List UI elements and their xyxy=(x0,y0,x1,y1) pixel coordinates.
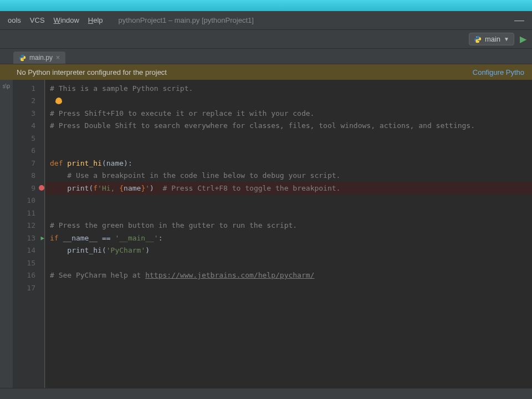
gutter-line-17[interactable]: 17 xyxy=(13,282,45,294)
gutter-line-4[interactable]: 4 xyxy=(13,120,45,132)
breakpoint-icon[interactable] xyxy=(39,185,44,191)
gutter-line-1[interactable]: 1 xyxy=(13,82,45,95)
gutter[interactable]: 12345678910111213▶14151617 xyxy=(13,80,45,388)
run-button[interactable]: ▶ xyxy=(520,34,526,44)
run-config-label: main xyxy=(485,35,500,43)
code-line[interactable] xyxy=(45,282,532,294)
code-line[interactable] xyxy=(45,145,532,157)
warning-text: No Python interpreter configured for the… xyxy=(17,68,167,76)
code-line[interactable]: print(f'Hi, {name}') # Press Ctrl+F8 to … xyxy=(45,182,532,195)
code-line[interactable]: # See PyCharm help at https://www.jetbra… xyxy=(45,269,532,282)
gutter-line-15[interactable]: 15 xyxy=(13,257,45,269)
tab-label: main.py xyxy=(29,54,53,62)
run-gutter-icon[interactable]: ▶ xyxy=(40,234,44,242)
gutter-line-13[interactable]: 13▶ xyxy=(13,232,45,244)
tool-window-stripe-left[interactable]: s\p xyxy=(0,80,13,388)
code-line[interactable] xyxy=(45,257,532,269)
gutter-line-10[interactable]: 10 xyxy=(13,195,45,207)
python-icon xyxy=(474,35,482,43)
menu-tools[interactable]: ools xyxy=(3,11,25,29)
run-configuration-dropdown[interactable]: main ▼ xyxy=(469,33,514,45)
intention-bulb-icon[interactable] xyxy=(55,98,62,104)
gutter-line-5[interactable]: 5 xyxy=(13,132,45,145)
code-line[interactable] xyxy=(45,207,532,219)
editor: s\p 12345678910111213▶14151617 # This is… xyxy=(0,80,532,388)
tab-close-icon[interactable]: × xyxy=(56,54,60,62)
code-line[interactable]: # This is a sample Python script. xyxy=(45,82,532,95)
svg-point-1 xyxy=(478,41,479,42)
window-minimize-button[interactable]: — xyxy=(510,14,529,26)
code-line[interactable]: # Use a breakpoint in the code line belo… xyxy=(45,170,532,182)
gutter-line-2[interactable]: 2 xyxy=(13,95,45,108)
code-line[interactable]: # Press the green button in the gutter t… xyxy=(45,219,532,232)
gutter-line-9[interactable]: 9 xyxy=(13,182,45,195)
code-line[interactable] xyxy=(45,132,532,145)
gutter-line-16[interactable]: 16 xyxy=(13,269,45,282)
code-line[interactable] xyxy=(45,195,532,207)
os-titlebar-stripe xyxy=(0,0,532,11)
code-line[interactable]: # Press Double Shift to search everywher… xyxy=(45,120,532,132)
gutter-line-3[interactable]: 3 xyxy=(13,107,45,120)
gutter-line-8[interactable]: 8 xyxy=(13,170,45,182)
gutter-line-11[interactable]: 11 xyxy=(13,207,45,219)
statusbar xyxy=(0,388,532,399)
code-line[interactable]: def print_hi(name): xyxy=(45,157,532,170)
gutter-line-12[interactable]: 12 xyxy=(13,219,45,232)
menu-vcs[interactable]: VCS xyxy=(25,11,49,29)
code-line[interactable]: # Press Shift+F10 to execute it or repla… xyxy=(45,107,532,120)
menu-window[interactable]: Window xyxy=(49,11,84,29)
interpreter-warning-bar: No Python interpreter configured for the… xyxy=(0,64,532,80)
gutter-line-7[interactable]: 7 xyxy=(13,157,45,170)
code-area[interactable]: # This is a sample Python script.# Press… xyxy=(45,80,532,388)
menu-help[interactable]: Help xyxy=(84,11,108,29)
window-path: pythonProject1 – main.py [pythonProject1… xyxy=(119,16,254,24)
code-line[interactable]: if __name__ == '__main__': xyxy=(45,232,532,244)
tab-main-py[interactable]: main.py × xyxy=(13,52,65,64)
svg-point-0 xyxy=(476,37,477,37)
code-line[interactable]: print_hi('PyCharm') xyxy=(45,244,532,257)
gutter-line-14[interactable]: 14 xyxy=(13,244,45,257)
code-line[interactable] xyxy=(45,95,532,108)
python-file-icon xyxy=(19,54,26,62)
menubar: ools VCS Window Help pythonProject1 – ma… xyxy=(0,11,532,30)
editor-tabs: main.py × xyxy=(0,49,532,64)
configure-interpreter-link[interactable]: Configure Pytho xyxy=(473,68,524,76)
toolbar: main ▼ ▶ xyxy=(0,30,532,49)
chevron-down-icon: ▼ xyxy=(504,36,509,42)
gutter-line-6[interactable]: 6 xyxy=(13,145,45,157)
